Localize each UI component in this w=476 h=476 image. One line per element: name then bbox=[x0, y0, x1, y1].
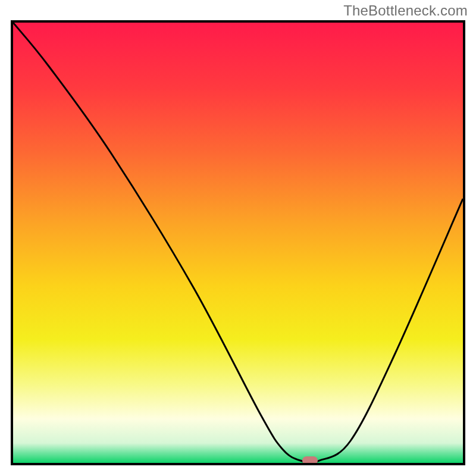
bottleneck-curve bbox=[13, 23, 463, 463]
optimum-marker bbox=[302, 456, 318, 465]
plot-area bbox=[11, 20, 465, 465]
chart-container: TheBottleneck.com bbox=[0, 0, 476, 476]
watermark: TheBottleneck.com bbox=[343, 2, 468, 19]
